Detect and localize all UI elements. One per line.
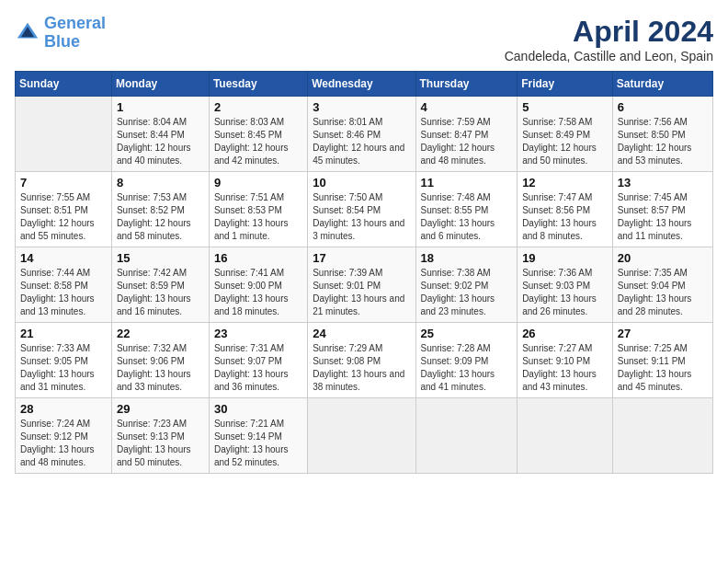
day-number: 3 [313, 100, 410, 114]
day-number: 18 [421, 251, 513, 265]
week-row-4: 21Sunrise: 7:33 AMSunset: 9:05 PMDayligh… [16, 323, 713, 398]
header-cell-friday: Friday [518, 72, 613, 97]
day-number: 16 [214, 251, 302, 265]
day-info: Sunrise: 7:28 AMSunset: 9:09 PMDaylight:… [421, 342, 513, 394]
day-info: Sunrise: 7:31 AMSunset: 9:07 PMDaylight:… [214, 342, 302, 394]
day-cell: 5Sunrise: 7:58 AMSunset: 8:49 PMDaylight… [518, 97, 613, 172]
logo-icon [15, 20, 40, 46]
day-cell: 23Sunrise: 7:31 AMSunset: 9:07 PMDayligh… [209, 323, 307, 398]
day-number: 23 [214, 327, 302, 340]
day-cell: 15Sunrise: 7:42 AMSunset: 8:59 PMDayligh… [111, 247, 209, 323]
day-info: Sunrise: 8:03 AMSunset: 8:45 PMDaylight:… [214, 116, 302, 167]
day-cell [415, 398, 518, 474]
day-cell [518, 398, 613, 474]
day-info: Sunrise: 7:45 AMSunset: 8:57 PMDaylight:… [618, 191, 708, 243]
header-row: SundayMondayTuesdayWednesdayThursdayFrid… [16, 72, 713, 97]
day-info: Sunrise: 7:53 AMSunset: 8:52 PMDaylight:… [117, 191, 204, 243]
day-info: Sunrise: 7:50 AMSunset: 8:54 PMDaylight:… [313, 191, 410, 243]
day-number: 11 [421, 176, 513, 190]
day-number: 15 [117, 251, 204, 265]
day-number: 17 [313, 251, 410, 265]
header: General Blue April 2024 Candeleda, Casti… [15, 15, 713, 63]
day-number: 1 [117, 100, 204, 114]
day-cell: 12Sunrise: 7:47 AMSunset: 8:56 PMDayligh… [518, 172, 613, 247]
day-number: 12 [522, 176, 608, 190]
day-cell: 18Sunrise: 7:38 AMSunset: 9:02 PMDayligh… [415, 247, 518, 323]
day-cell: 27Sunrise: 7:25 AMSunset: 9:11 PMDayligh… [612, 323, 712, 398]
day-cell [612, 398, 712, 474]
day-cell: 17Sunrise: 7:39 AMSunset: 9:01 PMDayligh… [308, 247, 415, 323]
day-info: Sunrise: 7:44 AMSunset: 8:58 PMDaylight:… [20, 267, 107, 318]
day-cell: 4Sunrise: 7:59 AMSunset: 8:47 PMDaylight… [415, 97, 518, 172]
day-number: 2 [214, 100, 302, 114]
day-number: 5 [522, 100, 608, 114]
day-info: Sunrise: 7:59 AMSunset: 8:47 PMDaylight:… [421, 116, 513, 167]
day-number: 6 [618, 100, 708, 114]
day-cell: 16Sunrise: 7:41 AMSunset: 9:00 PMDayligh… [209, 247, 307, 323]
day-cell: 2Sunrise: 8:03 AMSunset: 8:45 PMDaylight… [209, 97, 307, 172]
day-cell: 28Sunrise: 7:24 AMSunset: 9:12 PMDayligh… [16, 398, 112, 474]
day-info: Sunrise: 7:41 AMSunset: 9:00 PMDaylight:… [214, 267, 302, 318]
page-title: April 2024 [505, 15, 713, 49]
day-info: Sunrise: 7:55 AMSunset: 8:51 PMDaylight:… [20, 191, 107, 243]
day-number: 14 [20, 251, 107, 265]
week-row-3: 14Sunrise: 7:44 AMSunset: 8:58 PMDayligh… [16, 247, 713, 323]
day-info: Sunrise: 7:35 AMSunset: 9:04 PMDaylight:… [618, 267, 708, 318]
day-cell: 30Sunrise: 7:21 AMSunset: 9:14 PMDayligh… [209, 398, 307, 474]
day-number: 29 [117, 402, 204, 416]
day-info: Sunrise: 7:33 AMSunset: 9:05 PMDaylight:… [20, 342, 107, 394]
header-cell-sunday: Sunday [16, 72, 112, 97]
day-number: 20 [618, 251, 708, 265]
day-number: 9 [214, 176, 302, 190]
day-cell: 1Sunrise: 8:04 AMSunset: 8:44 PMDaylight… [111, 97, 209, 172]
logo-text: General Blue [44, 15, 106, 52]
day-info: Sunrise: 7:25 AMSunset: 9:11 PMDaylight:… [618, 342, 708, 394]
title-area: April 2024 Candeleda, Castille and Leon,… [505, 15, 713, 63]
header-cell-tuesday: Tuesday [209, 72, 307, 97]
day-number: 28 [20, 402, 107, 416]
day-cell [308, 398, 415, 474]
day-info: Sunrise: 7:32 AMSunset: 9:06 PMDaylight:… [117, 342, 204, 394]
day-cell: 7Sunrise: 7:55 AMSunset: 8:51 PMDaylight… [16, 172, 112, 247]
day-cell: 11Sunrise: 7:48 AMSunset: 8:55 PMDayligh… [415, 172, 518, 247]
header-cell-wednesday: Wednesday [308, 72, 415, 97]
day-cell: 8Sunrise: 7:53 AMSunset: 8:52 PMDaylight… [111, 172, 209, 247]
day-info: Sunrise: 7:21 AMSunset: 9:14 PMDaylight:… [214, 418, 302, 469]
day-info: Sunrise: 7:38 AMSunset: 9:02 PMDaylight:… [421, 267, 513, 318]
day-number: 30 [214, 402, 302, 416]
day-info: Sunrise: 7:27 AMSunset: 9:10 PMDaylight:… [522, 342, 608, 394]
day-info: Sunrise: 7:51 AMSunset: 8:53 PMDaylight:… [214, 191, 302, 243]
day-number: 7 [20, 176, 107, 190]
day-info: Sunrise: 7:39 AMSunset: 9:01 PMDaylight:… [313, 267, 410, 318]
day-info: Sunrise: 7:47 AMSunset: 8:56 PMDaylight:… [522, 191, 608, 243]
day-cell: 29Sunrise: 7:23 AMSunset: 9:13 PMDayligh… [111, 398, 209, 474]
day-number: 22 [117, 327, 204, 340]
day-info: Sunrise: 8:04 AMSunset: 8:44 PMDaylight:… [117, 116, 204, 167]
day-info: Sunrise: 7:58 AMSunset: 8:49 PMDaylight:… [522, 116, 608, 167]
day-info: Sunrise: 7:56 AMSunset: 8:50 PMDaylight:… [618, 116, 708, 167]
week-row-2: 7Sunrise: 7:55 AMSunset: 8:51 PMDaylight… [16, 172, 713, 247]
day-info: Sunrise: 7:29 AMSunset: 9:08 PMDaylight:… [313, 342, 410, 394]
day-info: Sunrise: 8:01 AMSunset: 8:46 PMDaylight:… [313, 116, 410, 167]
day-number: 25 [421, 327, 513, 340]
logo: General Blue [15, 15, 106, 52]
week-row-5: 28Sunrise: 7:24 AMSunset: 9:12 PMDayligh… [16, 398, 713, 474]
day-cell [16, 97, 112, 172]
day-cell: 9Sunrise: 7:51 AMSunset: 8:53 PMDaylight… [209, 172, 307, 247]
day-number: 26 [522, 327, 608, 340]
day-cell: 26Sunrise: 7:27 AMSunset: 9:10 PMDayligh… [518, 323, 613, 398]
day-cell: 24Sunrise: 7:29 AMSunset: 9:08 PMDayligh… [308, 323, 415, 398]
day-cell: 14Sunrise: 7:44 AMSunset: 8:58 PMDayligh… [16, 247, 112, 323]
day-info: Sunrise: 7:42 AMSunset: 8:59 PMDaylight:… [117, 267, 204, 318]
day-number: 4 [421, 100, 513, 114]
week-row-1: 1Sunrise: 8:04 AMSunset: 8:44 PMDaylight… [16, 97, 713, 172]
calendar-table: SundayMondayTuesdayWednesdayThursdayFrid… [15, 71, 713, 474]
day-cell: 13Sunrise: 7:45 AMSunset: 8:57 PMDayligh… [612, 172, 712, 247]
day-cell: 3Sunrise: 8:01 AMSunset: 8:46 PMDaylight… [308, 97, 415, 172]
day-number: 24 [313, 327, 410, 340]
day-number: 21 [20, 327, 107, 340]
day-cell: 6Sunrise: 7:56 AMSunset: 8:50 PMDaylight… [612, 97, 712, 172]
page-subtitle: Candeleda, Castille and Leon, Spain [505, 49, 713, 63]
header-cell-thursday: Thursday [415, 72, 518, 97]
header-cell-saturday: Saturday [612, 72, 712, 97]
